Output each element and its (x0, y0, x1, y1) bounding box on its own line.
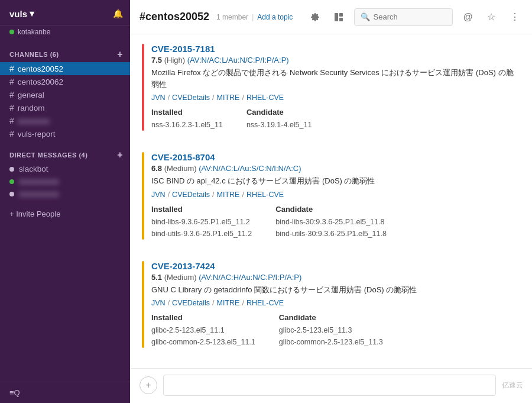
link-sep: / (168, 299, 170, 307)
dm-name-blurred1: xxxxxxxxxx (19, 177, 59, 186)
pkg-candidate-2-0: bind-libs-30:9.3.6-25.P1.el5_11.8 (275, 216, 387, 228)
installed-col-1: Installed nss-3.16.2.3-1.el5_11 (151, 108, 223, 131)
candidate-col-2: Candidate bind-libs-30:9.3.6-25.P1.el5_1… (275, 205, 387, 240)
cve-id-1[interactable]: CVE-2015-7181 (151, 44, 521, 54)
candidate-header-2: Candidate (275, 205, 387, 214)
cve-border-2 (142, 152, 144, 240)
link-sep: / (212, 191, 214, 199)
dm-count: (4) (79, 151, 87, 159)
cve-id-3[interactable]: CVE-2013-7424 (151, 261, 521, 271)
dm-name-blurred2: xxxxxxxxxx (19, 189, 59, 198)
candidate-header-3: Candidate (279, 313, 383, 322)
link-cvedetails-2[interactable]: CVEDetails (172, 191, 210, 199)
at-icon[interactable]: @ (460, 8, 476, 27)
search-input[interactable] (374, 12, 446, 21)
link-sep: / (168, 191, 170, 199)
channel-meta: 1 member | Add a topic (216, 13, 293, 21)
score-num-1: 7.5 (151, 56, 164, 65)
sidebar-item-dm-blurred1[interactable]: xxxxxxxxxx (0, 175, 130, 188)
dm-label: DIRECT MESSAGES (4) (9, 151, 87, 159)
sidebar-item-slackbot[interactable]: slackbot (0, 163, 130, 175)
score-num-2: 6.8 (151, 164, 164, 173)
workspace-name-label[interactable]: vuls ▾ (9, 8, 34, 19)
cve-packages-1: Installed nss-3.16.2.3-1.el5_11 Candidat… (151, 108, 521, 131)
channel-name-vuls-report: vuls-report (18, 130, 56, 138)
pkg-installed-2-0: bind-libs-9.3.6-25.P1.el5_11.2 (151, 216, 252, 228)
link-mitre-3[interactable]: MITRE (217, 299, 240, 307)
sidebar-item-vuls-report[interactable]: # vuls-report (0, 127, 130, 140)
cve-id-2[interactable]: CVE-2015-8704 (151, 152, 521, 162)
pkg-installed-2-1: bind-utils-9.3.6-25.P1.el5_11.2 (151, 228, 252, 240)
score-label-3: (Medium) (164, 273, 199, 282)
search-box[interactable]: 🔍 (354, 8, 453, 26)
settings-icon[interactable] (307, 8, 323, 27)
main-content: #centos20052 1 member | Add a topic 🔍 @ … (130, 0, 532, 403)
sidebar-item-centos20052[interactable]: # centos20052 (0, 62, 130, 75)
layout-icon[interactable] (330, 8, 347, 27)
link-sep: / (242, 94, 244, 102)
link-mitre-2[interactable]: MITRE (217, 191, 240, 199)
slackbot-status-dot (9, 167, 14, 172)
candidate-header-1: Candidate (246, 108, 312, 117)
sidebar-item-centos20062[interactable]: # centos20062 (0, 75, 130, 88)
workspace-header: vuls ▾ 🔔 (0, 0, 130, 25)
channel-hash-icon: # (9, 116, 14, 125)
link-mitre-1[interactable]: MITRE (217, 94, 240, 102)
channel-hash-icon: # (9, 77, 14, 86)
link-cvedetails-3[interactable]: CVEDetails (172, 299, 210, 307)
link-rhel-3[interactable]: RHEL-CVE (246, 299, 284, 307)
message-input-area: + 亿速云 (130, 368, 532, 403)
add-topic-link[interactable]: Add a topic (257, 13, 293, 21)
link-jvn-1[interactable]: JVN (151, 94, 166, 102)
sidebar-item-general[interactable]: # general (0, 88, 130, 101)
cve-links-2: JVN / CVEDetails / MITRE / RHEL-CVE (151, 191, 521, 199)
meta-separator: | (252, 13, 254, 21)
online-status-dot (9, 30, 14, 34)
link-rhel-2[interactable]: RHEL-CVE (246, 191, 284, 199)
link-rhel-1[interactable]: RHEL-CVE (246, 94, 284, 102)
pkg-installed-3-1: glibc-common-2.5-123.el5_11.1 (151, 336, 255, 348)
cve-links-1: JVN / CVEDetails / MITRE / RHEL-CVE (151, 94, 521, 102)
sidebar-item-dm-blurred2[interactable]: xxxxxxxxxx (0, 188, 130, 200)
cve-vector-2[interactable]: (AV:N/AC:L/Au:S/C:N/I:N/A:C) (199, 164, 301, 173)
sidebar-bottom-nav[interactable]: ≡Q (0, 382, 130, 403)
link-sep: / (168, 94, 170, 102)
bell-icon[interactable]: 🔔 (113, 9, 123, 18)
cve-packages-3: Installed glibc-2.5-123.el5_11.1 glibc-c… (151, 313, 521, 348)
candidate-col-1: Candidate nss-3.19.1-4.el5_11 (246, 108, 312, 131)
username-label: kotakanbe (18, 28, 50, 36)
score-num-3: 5.1 (151, 273, 164, 282)
more-icon[interactable]: ⋮ (507, 8, 523, 27)
member-count: 1 member (216, 13, 248, 21)
link-sep: / (242, 191, 244, 199)
link-sep: / (212, 299, 214, 307)
bottom-nav-icon: ≡Q (9, 388, 20, 397)
star-icon[interactable]: ☆ (483, 8, 499, 27)
channel-hash-icon: # (9, 64, 14, 73)
svg-rect-2 (339, 18, 343, 21)
cve-desc-2: ISC BIND の apl_42.c におけるサービス運用妨害 (DoS) の… (151, 175, 521, 187)
add-channel-button[interactable]: + (117, 49, 123, 60)
channels-section: CHANNELS (6) + # centos20052 # centos200… (0, 42, 130, 143)
cve-card-2: CVE-2015-8704 6.8 (Medium) (AV:N/AC:L/Au… (142, 152, 521, 249)
cve-vector-3[interactable]: (AV:N/AC:H/Au:N/C:P/I:P/A:P) (199, 273, 301, 282)
link-cvedetails-1[interactable]: CVEDetails (172, 94, 210, 102)
cve-vector-1[interactable]: (AV:N/AC:L/Au:N/C:P/I:P/A:P) (187, 56, 289, 65)
link-jvn-3[interactable]: JVN (151, 299, 166, 307)
invite-people-button[interactable]: + Invite People (0, 205, 130, 223)
channels-count: (6) (50, 51, 59, 58)
cve-links-3: JVN / CVEDetails / MITRE / RHEL-CVE (151, 299, 521, 307)
score-label-1: (High) (164, 56, 187, 65)
add-dm-button[interactable]: + (117, 150, 123, 160)
dm-status-dot-2 (9, 192, 14, 196)
pkg-candidate-1-0: nss-3.19.1-4.el5_11 (246, 119, 312, 131)
cve-score-1: 7.5 (High) (AV:N/AC:L/Au:N/C:P/I:P/A:P) (151, 56, 521, 65)
message-input[interactable] (163, 375, 496, 396)
sidebar-item-blurred[interactable]: # xxxxxxxx (0, 114, 130, 127)
installed-header-3: Installed (151, 313, 255, 322)
cve-content-1: CVE-2015-7181 7.5 (High) (AV:N/AC:L/Au:N… (151, 44, 521, 131)
pkg-candidate-3-1: glibc-common-2.5-123.el5_11.3 (279, 336, 383, 348)
add-message-button[interactable]: + (140, 376, 157, 394)
link-jvn-2[interactable]: JVN (151, 191, 166, 199)
sidebar-item-random[interactable]: # random (0, 101, 130, 114)
